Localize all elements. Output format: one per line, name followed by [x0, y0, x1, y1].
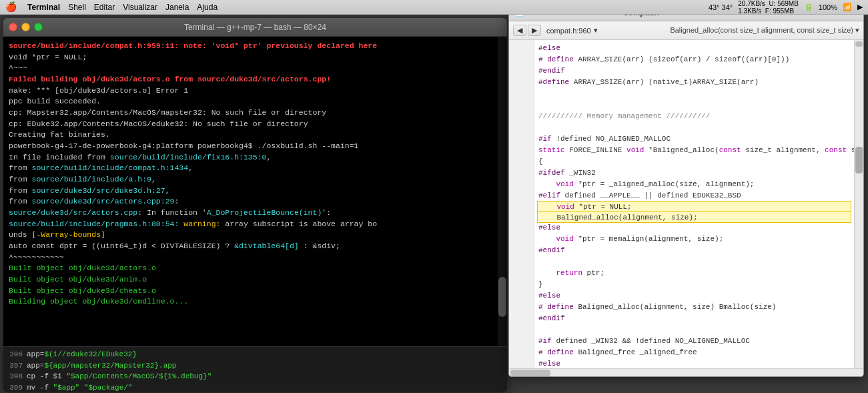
highlighted-line-1: void *ptr = NULL; — [537, 201, 851, 212]
code-line: # define Baligned_free _aligned_free — [538, 347, 850, 358]
terminal-line: Built object obj/duke3d/anim.o — [9, 274, 502, 286]
script-line: app=$(i//eduke32/EDuke32} — [27, 349, 211, 360]
battery-level: 100% — [819, 3, 837, 11]
menu-visualizar[interactable]: Visualizar — [123, 3, 157, 12]
terminal-line: void *ptr = NULL; — [9, 52, 502, 63]
code-line: ////////// Memory management ////////// — [538, 111, 850, 122]
terminal-line: auto const dptr = ((uint64_t)d < DIVTABL… — [9, 241, 502, 252]
terminal-line: from source/duke3d/src/duke3d.h:27, — [9, 185, 502, 197]
terminal-line: In file included from source/build/inclu… — [9, 152, 502, 163]
terminal-line: ^~~~~~~~~~~~ — [9, 252, 502, 264]
toolbar-file-info: compat.h:960 ▾ — [546, 26, 598, 35]
code-line: # define Baligned_alloc(alignment, size)… — [538, 302, 850, 313]
menu-janela[interactable]: Janela — [165, 3, 189, 12]
terminal-line: from source/duke3d/src/actors.cpp:29: — [9, 196, 502, 208]
menu-ajuda[interactable]: Ajuda — [197, 3, 218, 12]
toolbar-func-info: Baligned_alloc(const size_t alignment, c… — [670, 26, 859, 35]
terminal-line: from source/build/include/a.h:9, — [9, 174, 502, 185]
terminal-line: cp: EDuke32.app/Contents/MacOS/eduke32: … — [9, 119, 502, 130]
terminal-line: unds [-Warray-bounds] — [9, 230, 502, 241]
code-line: #if defined _WIN32 && !defined NO_ALIGNE… — [538, 336, 850, 347]
code-line — [538, 99, 850, 111]
menu-editar[interactable]: Editar — [94, 3, 115, 12]
script-area: 396397398399 app=$(i//eduke32/EDuke32} a… — [3, 346, 507, 392]
highlighted-line-2: Baligned_alloc(alignment, size); — [537, 212, 851, 223]
traffic-lights[interactable] — [9, 23, 43, 31]
terminal-line: ^~~~ — [9, 63, 502, 74]
line-numbers — [509, 40, 534, 368]
editor-scrollbar-thumb-top[interactable] — [855, 41, 863, 47]
terminal-title: Terminal — g++-mp-7 — bash — 80×24 — [184, 23, 326, 32]
menubar: 🍎 Terminal Shell Editar Visualizar Janel… — [0, 0, 868, 15]
terminal-titlebar: Terminal — g++-mp-7 — bash — 80×24 — [3, 18, 507, 37]
apple-menu[interactable]: 🍎 — [5, 1, 17, 13]
code-line: #ifdef _WIN32 — [538, 167, 850, 179]
nav-forward[interactable]: ▶ — [528, 25, 541, 36]
terminal-line: powerbook-g4-17-de-powerbook-g4:platform… — [9, 141, 502, 152]
code-line — [538, 256, 850, 268]
func-dropdown-icon[interactable]: ▾ — [855, 26, 859, 34]
script-line: app=${app/mapster32/Mapster32}.app — [27, 360, 211, 372]
terminal-window: Terminal — g++-mp-7 — bash — 80×24 sourc… — [3, 18, 507, 392]
file-location: compat.h:960 — [546, 27, 591, 35]
code-line: #elif defined __APPLE__ || defined EDUKE… — [538, 190, 850, 202]
editor-hscroll-thumb[interactable] — [510, 370, 550, 376]
code-line: # define ARRAY_SIZE(arr) (sizeof(arr) / … — [538, 54, 850, 65]
terminal-line: Built object obj/duke3d/actors.o — [9, 263, 502, 274]
editor-scrollbar-h[interactable] — [509, 368, 863, 376]
code-line: #endif — [538, 65, 850, 77]
code-line: #else — [538, 290, 850, 302]
nav-back[interactable]: ◀ — [513, 25, 526, 36]
network-stats: 20.7KB/s U: 569MB 1.3KB/s F: 955MB — [738, 0, 799, 15]
terminal-line: cp: Mapster32.app/Contents/MacOS/mapster… — [9, 107, 502, 119]
terminal-scrollbar[interactable] — [498, 37, 507, 364]
close-button[interactable] — [9, 23, 17, 31]
code-line: #endif — [538, 313, 850, 324]
script-line: mv -f "$app" "$package/" — [27, 382, 211, 392]
terminal-line: make: *** [obj/duke3d/actors.o] Error 1 — [9, 85, 502, 97]
code-line: } — [538, 279, 850, 290]
scrollbar-thumb[interactable] — [498, 277, 506, 317]
code-line — [538, 122, 850, 133]
function-name: Baligned_alloc(const size_t alignment, c… — [670, 26, 853, 34]
toolbar-nav: ◀ ▶ — [513, 25, 541, 36]
menu-shell[interactable]: Shell — [68, 3, 86, 12]
wifi-icon: 📶 — [843, 3, 852, 11]
file-dropdown-icon[interactable]: ▾ — [594, 26, 598, 35]
code-line: return ptr; — [538, 268, 850, 279]
code-line: void *ptr = _aligned_malloc(size, alignm… — [538, 179, 850, 190]
clock: ▶ — [857, 3, 863, 11]
code-line: #define ARRAY_SSIZE(arr) (native_t)ARRAY… — [538, 77, 850, 88]
code-line: #else — [538, 43, 850, 54]
terminal-line: from source/build/include/compat.h:1434, — [9, 163, 502, 174]
terminal-line: ppc build succeeded. — [9, 96, 502, 107]
code-line — [538, 324, 850, 336]
code-line: #else — [538, 222, 850, 234]
battery-icon: 🔋 — [804, 3, 813, 11]
terminal-content[interactable]: source/build/include/compat.h:959:11: no… — [3, 37, 507, 392]
menu-terminal[interactable]: Terminal — [27, 3, 60, 12]
menubar-right: 43° 34° 20.7KB/s U: 569MB 1.3KB/s F: 955… — [709, 0, 863, 15]
code-line: { — [538, 156, 850, 167]
editor-scrollbar-thumb[interactable] — [855, 147, 863, 173]
editor-scrollbar[interactable] — [854, 40, 863, 368]
terminal-line: Building object obj/duke3d/cmdline.o... — [9, 296, 502, 308]
code-area[interactable]: #else # define ARRAY_SIZE(arr) (sizeof(a… — [534, 40, 854, 368]
editor-body: #else # define ARRAY_SIZE(arr) (sizeof(a… — [509, 40, 863, 368]
cpu-temp: 43° 34° — [709, 3, 733, 11]
code-line: #endif — [538, 245, 850, 256]
minimize-button[interactable] — [21, 23, 30, 31]
terminal-line: source/build/include/compat.h:959:11: no… — [9, 41, 502, 52]
code-line: void *ptr = memalign(alignment, size); — [538, 234, 850, 245]
editor-toolbar: ◀ ▶ compat.h:960 ▾ Baligned_alloc(const … — [509, 21, 863, 40]
terminal-line: Built object obj/duke3d/cheats.o — [9, 286, 502, 297]
code-line: #else — [538, 358, 850, 368]
maximize-button[interactable] — [34, 23, 43, 31]
terminal-line: Creating fat binaries. — [9, 129, 502, 141]
terminal-line: Failed building obj/duke3d/actors.o from… — [9, 74, 502, 85]
code-line: #if !defined NO_ALIGNED_MALLOC — [538, 133, 850, 145]
editor-window: 📄 compat.h ✕ ◀ ▶ compat.h:960 ▾ Baligned… — [508, 3, 864, 377]
code-line: static FORCE_INLINE void *Baligned_alloc… — [538, 145, 850, 156]
script-line: cp -f $i "$app/Contents/MacOS/${i%.debug… — [27, 371, 211, 382]
terminal-line: source/duke3d/src/actors.cpp: In functio… — [9, 208, 502, 219]
